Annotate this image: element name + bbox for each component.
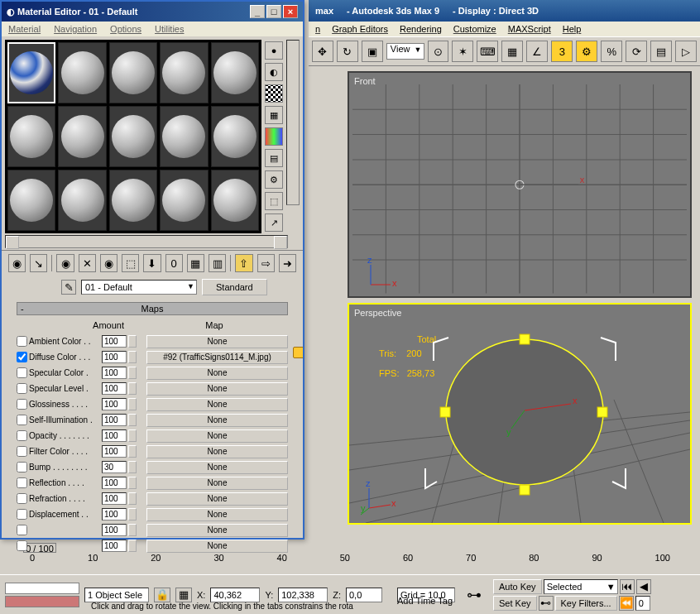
map-slot-button[interactable]: None — [146, 508, 288, 521]
spinner-arrows-icon[interactable] — [128, 367, 137, 379]
map-enable-checkbox[interactable] — [17, 493, 27, 504]
reset-map-icon[interactable]: ✕ — [79, 254, 96, 272]
move-icon[interactable]: ✥ — [312, 41, 333, 62]
spinner-arrows-icon[interactable] — [128, 508, 137, 520]
sample-slot[interactable] — [160, 170, 208, 231]
assign-to-sel-icon[interactable]: ◉ — [56, 254, 74, 272]
lock-selection-icon[interactable]: 🔒 — [154, 588, 170, 602]
setkey-button[interactable]: Set Key — [493, 596, 537, 611]
map-enable-checkbox[interactable] — [17, 446, 27, 457]
map-amount-spinner[interactable]: 100 — [102, 351, 127, 363]
map-slot-button[interactable]: None — [146, 492, 288, 506]
menu-item[interactable]: n — [315, 24, 320, 34]
spinner-arrows-icon[interactable] — [128, 414, 137, 426]
map-slot-button[interactable]: None — [146, 398, 288, 411]
spinner-arrows-icon[interactable] — [128, 524, 137, 536]
y-field[interactable]: 102,338 — [278, 588, 328, 602]
sample-uv-icon[interactable]: ▦ — [265, 106, 283, 124]
map-enable-checkbox[interactable] — [17, 430, 27, 441]
viewport-perspective[interactable]: Perspective Total Tris: 200 FPS: 258,73 — [348, 303, 692, 525]
x-field[interactable]: 40,362 — [210, 588, 260, 602]
spinner-arrows-icon[interactable] — [128, 445, 137, 458]
spinner-snap-icon[interactable]: ⟳ — [626, 41, 647, 62]
select-manip-icon[interactable]: ✶ — [452, 41, 473, 62]
map-enable-checkbox[interactable] — [17, 509, 27, 520]
spinner-arrows-icon[interactable] — [128, 477, 137, 489]
material-editor-titlebar[interactable]: ◐ Material Editor - 01 - Default _ □ × — [2, 2, 303, 22]
sample-slot[interactable] — [211, 106, 259, 167]
lock-icon[interactable] — [293, 347, 303, 358]
keyfilters-button[interactable]: Key Filters... — [555, 596, 617, 611]
map-slot-button[interactable]: None — [146, 367, 288, 380]
backlight-icon[interactable]: ◐ — [265, 63, 283, 81]
options-icon[interactable]: ⚙ — [265, 170, 283, 189]
go-parent-icon[interactable]: ⇧ — [235, 254, 252, 272]
map-enable-checkbox[interactable] — [17, 352, 27, 362]
spinner-arrows-icon[interactable] — [128, 429, 137, 442]
add-time-tag-button[interactable]: Add Time Tag — [397, 596, 453, 609]
map-enable-checkbox[interactable] — [17, 383, 27, 394]
prev-frame-icon[interactable]: ◀ — [636, 579, 651, 594]
snap3d-icon[interactable]: ▦ — [501, 41, 523, 62]
make-preview-icon[interactable]: ▤ — [265, 149, 283, 167]
map-enable-checkbox[interactable] — [17, 525, 27, 535]
sample-type-icon[interactable]: ● — [265, 41, 283, 60]
map-amount-spinner[interactable]: 100 — [102, 429, 127, 442]
frame-field[interactable]: 0 — [635, 596, 650, 611]
map-amount-spinner[interactable]: 100 — [102, 492, 127, 505]
background-icon[interactable] — [265, 84, 283, 103]
map-slot-button[interactable]: None — [146, 429, 288, 443]
autokey-button[interactable]: Auto Key — [493, 579, 542, 594]
sample-slot-selected[interactable] — [7, 42, 55, 103]
sample-slot[interactable] — [109, 106, 157, 167]
map-enable-checkbox[interactable] — [17, 477, 27, 488]
map-amount-spinner[interactable]: 100 — [102, 367, 127, 379]
sample-slot[interactable] — [160, 42, 208, 103]
menu-item[interactable]: Rendering — [400, 24, 442, 34]
goto-start-icon[interactable]: ⏮ — [620, 579, 635, 594]
sample-slot[interactable] — [58, 106, 106, 167]
map-enable-checkbox[interactable] — [17, 415, 27, 425]
spinner-arrows-icon[interactable] — [128, 461, 137, 473]
map-amount-spinner[interactable]: 100 — [102, 335, 127, 348]
sample-hscroll[interactable] — [5, 235, 288, 248]
map-slot-button[interactable]: None — [146, 335, 288, 348]
make-unique-icon[interactable]: ⬚ — [122, 254, 139, 272]
spinner-arrows-icon[interactable] — [128, 351, 137, 363]
menu-item[interactable]: Customize — [453, 24, 496, 34]
material-type-button[interactable]: Standard — [202, 279, 267, 295]
spinner-arrows-icon[interactable] — [128, 540, 137, 552]
sample-slot[interactable] — [109, 170, 157, 231]
transform-typein-icon[interactable]: ▦ — [175, 588, 192, 602]
map-amount-spinner[interactable]: 100 — [102, 414, 127, 426]
menu-item[interactable]: Utilities — [155, 24, 184, 34]
select-by-mat-icon[interactable]: ⬚ — [265, 192, 283, 210]
sample-slot[interactable] — [58, 170, 106, 231]
mat-id-icon[interactable]: 0 — [165, 254, 183, 272]
map-slot-button[interactable]: None — [146, 445, 288, 458]
get-material-icon[interactable]: ◉ — [8, 254, 26, 272]
spinner-arrows-icon[interactable] — [128, 398, 137, 410]
key-toggle-icon[interactable]: ⊷ — [539, 596, 554, 611]
map-enable-checkbox[interactable] — [17, 399, 27, 410]
keymode-dropdown[interactable]: Selected▼ — [544, 579, 618, 594]
mat-map-nav-icon[interactable]: ↗ — [265, 213, 283, 232]
close-icon[interactable]: × — [283, 5, 298, 18]
make-copy-icon[interactable]: ◉ — [100, 254, 117, 272]
material-name-dropdown[interactable]: 01 - Default — [81, 280, 197, 295]
percent-snap-icon[interactable]: % — [601, 41, 622, 62]
put-to-lib-icon[interactable]: ⬇ — [143, 254, 161, 272]
map-amount-spinner[interactable]: 100 — [102, 382, 127, 395]
map-amount-spinner[interactable]: 30 — [102, 461, 127, 473]
map-slot-button[interactable]: None — [146, 414, 288, 427]
maps-rollout-header[interactable]: - Maps — [17, 302, 288, 315]
center-icon[interactable]: ⊙ — [428, 41, 449, 62]
scale-icon[interactable]: ▣ — [362, 41, 383, 62]
map-slot-button[interactable]: None — [146, 540, 288, 553]
pick-material-icon[interactable]: ✎ — [61, 280, 76, 295]
map-amount-spinner[interactable]: 100 — [102, 524, 127, 536]
refcoord-dropdown[interactable]: View — [386, 43, 424, 60]
video-color-icon[interactable] — [265, 127, 283, 146]
viewport-front[interactable]: Front x x z — [348, 71, 692, 298]
map-slot-button[interactable]: #92 (TrafficSigns0114_M.jpg) — [146, 351, 288, 364]
